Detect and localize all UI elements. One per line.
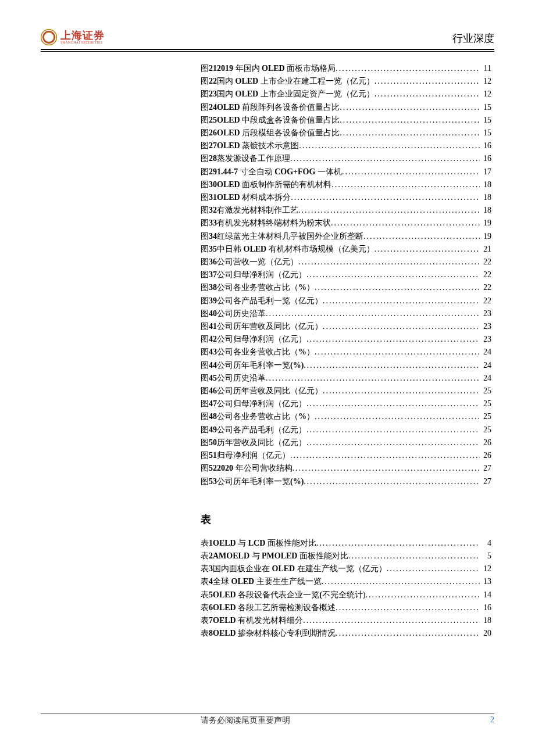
toc-title: OELD 掺杂材料核心专利到期情况 bbox=[213, 627, 336, 640]
brand-logo: 上海证券 SHANGHAI SECURITIES bbox=[41, 29, 105, 45]
toc-number: 28 bbox=[209, 152, 217, 165]
toc-prefix: 图 bbox=[201, 230, 209, 243]
toc-title: 归母净利润（亿元） bbox=[217, 449, 290, 462]
page-header: 上海证券 SHANGHAI SECURITIES 行业深度 bbox=[41, 29, 494, 46]
toc-title: OLED 蒸镀技术示意图 bbox=[217, 139, 299, 152]
toc-number: 1 bbox=[209, 537, 213, 550]
toc-entry: 表 4 全球 OLED 主要生生产线一览13 bbox=[201, 575, 491, 588]
toc-page: 22 bbox=[480, 256, 491, 268]
toc-title: 公司各业务营收占比（%） bbox=[217, 281, 315, 294]
toc-prefix: 图 bbox=[201, 424, 209, 436]
toc-entry: 图 53 公司历年毛利率一览(%)27 bbox=[201, 475, 491, 488]
toc-entry: 表 1 OELD 与 LCD 面板性能对比4 bbox=[201, 537, 491, 550]
toc-prefix: 图 bbox=[201, 462, 209, 475]
toc-prefix: 图 bbox=[201, 333, 209, 346]
toc-prefix: 图 bbox=[201, 475, 209, 488]
toc-title: 公司历年毛利率一览(%) bbox=[217, 359, 304, 372]
toc-leader-dots bbox=[387, 562, 480, 575]
toc-leader-dots bbox=[331, 178, 480, 191]
toc-prefix: 图 bbox=[201, 243, 209, 256]
toc-entry: 图 41 公司历年营收及同比（亿元）23 bbox=[201, 320, 491, 333]
toc-entry: 图 37 公司归母净利润（亿元）22 bbox=[201, 268, 491, 281]
toc-title: 公司各产品毛利一览（亿元） bbox=[217, 295, 323, 307]
toc-leader-dots bbox=[322, 575, 480, 588]
logo-icon bbox=[41, 29, 57, 45]
toc-page: 11 bbox=[480, 62, 491, 75]
toc-leader-dots bbox=[323, 385, 480, 397]
toc-leader-dots bbox=[336, 601, 480, 614]
toc-prefix: 图 bbox=[201, 88, 209, 101]
toc-title: AMOELD 与 PMOLED 面板性能对比 bbox=[213, 550, 348, 562]
toc-prefix: 图 bbox=[201, 127, 209, 139]
footer-row: 请务必阅读尾页重要声明 2 bbox=[201, 715, 494, 726]
toc-title: 国内 OLED 上市企业固定资产一览（亿元） bbox=[217, 88, 374, 101]
toc-title: OLED 后段模组各设备价值量占比 bbox=[217, 127, 340, 139]
toc-title: 公司各业务营收占比（%） bbox=[217, 410, 315, 423]
toc-title: 中日韩 OLED 有机材料市场规模（亿美元） bbox=[217, 243, 374, 256]
toc-number: 35 bbox=[209, 243, 217, 256]
toc-prefix: 图 bbox=[201, 449, 209, 462]
toc-page: 22 bbox=[480, 295, 491, 307]
page: 上海证券 SHANGHAI SECURITIES 行业深度 图 21 2019 … bbox=[0, 0, 535, 756]
toc-page: 5 bbox=[480, 550, 491, 562]
toc-leader-dots bbox=[291, 191, 480, 204]
toc-page: 19 bbox=[480, 230, 491, 243]
toc-page: 23 bbox=[480, 307, 491, 320]
toc-page: 19 bbox=[480, 217, 491, 230]
toc-title: 公司历史沿革 bbox=[217, 372, 266, 385]
toc-entry: 图 35 中日韩 OLED 有机材料市场规模（亿美元）21 bbox=[201, 243, 491, 256]
toc-page: 22 bbox=[480, 268, 491, 281]
toc-leader-dots bbox=[315, 410, 480, 423]
toc-entry: 图 36 公司营收一览（亿元）22 bbox=[201, 256, 491, 268]
toc-prefix: 表 bbox=[201, 589, 209, 601]
toc-leader-dots bbox=[316, 537, 480, 550]
toc-number: 43 bbox=[209, 346, 217, 359]
toc-number: 45 bbox=[209, 372, 217, 385]
logo-cn: 上海证券 bbox=[60, 30, 105, 41]
toc-entry: 图 28 蒸发源设备工作原理16 bbox=[201, 152, 491, 165]
toc-title: 公司历史沿革 bbox=[217, 307, 266, 320]
tables-heading: 表 bbox=[201, 513, 494, 526]
toc-entry: 图 30 OLED 面板制作所需的有机材料18 bbox=[201, 178, 491, 191]
toc-leader-dots bbox=[290, 152, 480, 165]
toc-title: 有机发光材料终端材料为粉末状 bbox=[217, 217, 331, 230]
toc-title: 国内面板企业在 OLED 在建生产线一览（亿元） bbox=[213, 562, 387, 575]
toc-page: 22 bbox=[480, 281, 491, 294]
toc-leader-dots bbox=[336, 627, 480, 640]
toc-page: 25 bbox=[480, 385, 491, 397]
toc-entry: 图 45 公司历史沿革24 bbox=[201, 372, 491, 385]
toc-number: 22 bbox=[209, 75, 217, 88]
toc-leader-dots bbox=[306, 268, 480, 281]
toc-tables: 表 1 OELD 与 LCD 面板性能对比4表 2 AMOELD 与 PMOLE… bbox=[201, 537, 491, 640]
toc-entry: 图 43 公司各业务营收占比（%）24 bbox=[201, 346, 491, 359]
toc-page: 12 bbox=[480, 75, 491, 88]
toc-page: 26 bbox=[480, 449, 491, 462]
toc-number: 4 bbox=[209, 575, 213, 588]
toc-entry: 图 48 公司各业务营收占比（%）25 bbox=[201, 410, 491, 423]
toc-entry: 图 26 OLED 后段模组各设备价值量占比15 bbox=[201, 127, 491, 139]
toc-number: 26 bbox=[209, 127, 217, 139]
toc-page: 24 bbox=[480, 359, 491, 372]
toc-page: 27 bbox=[480, 475, 491, 488]
logo-en: SHANGHAI SECURITIES bbox=[60, 41, 105, 44]
toc-number: 50 bbox=[209, 436, 217, 449]
toc-title: 公司各产品毛利（亿元） bbox=[217, 424, 306, 436]
toc-leader-dots bbox=[374, 88, 480, 101]
toc-page: 27 bbox=[480, 462, 491, 475]
toc-title: 公司历年毛利率一览(%) bbox=[217, 475, 304, 488]
toc-number: 2 bbox=[209, 550, 213, 562]
toc-prefix: 表 bbox=[201, 562, 209, 575]
toc-prefix: 表 bbox=[201, 601, 209, 614]
toc-number: 31 bbox=[209, 191, 217, 204]
toc-title: OLED 材料成本拆分 bbox=[217, 191, 291, 204]
toc-number: 46 bbox=[209, 385, 217, 397]
toc-prefix: 图 bbox=[201, 62, 209, 75]
toc-entry: 图 39 公司各产品毛利一览（亿元）22 bbox=[201, 295, 491, 307]
toc-page: 20 bbox=[480, 627, 491, 640]
toc-title: 1.44-7 寸全自动 COG+FOG 一体机 bbox=[217, 166, 342, 178]
toc-number: 7 bbox=[209, 614, 213, 627]
toc-prefix: 表 bbox=[201, 537, 209, 550]
toc-prefix: 图 bbox=[201, 397, 209, 410]
toc-entry: 图 50 历年营收及同比（亿元）26 bbox=[201, 436, 491, 449]
toc-number: 52 bbox=[209, 462, 217, 475]
